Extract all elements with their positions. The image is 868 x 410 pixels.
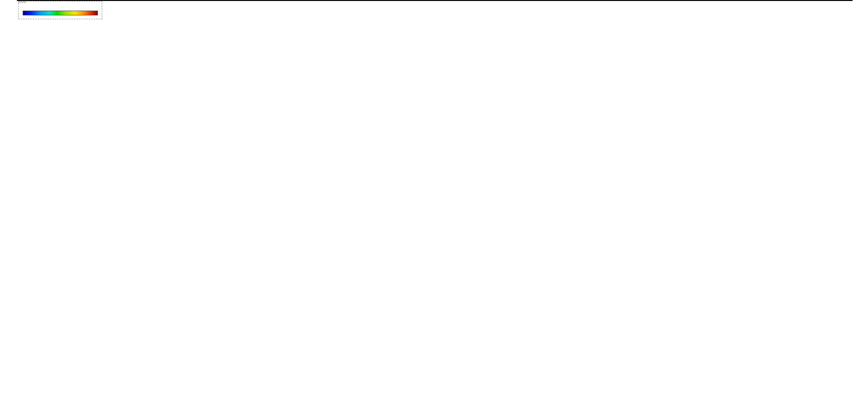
jet-colorbar-gradient bbox=[23, 11, 98, 15]
v-colorbar-legend bbox=[18, 1, 102, 19]
panel-temperature bbox=[17, 0, 853, 1]
x-axis bbox=[17, 397, 853, 410]
std-absi-label bbox=[18, 1, 26, 3]
figure-canvas bbox=[0, 0, 868, 410]
